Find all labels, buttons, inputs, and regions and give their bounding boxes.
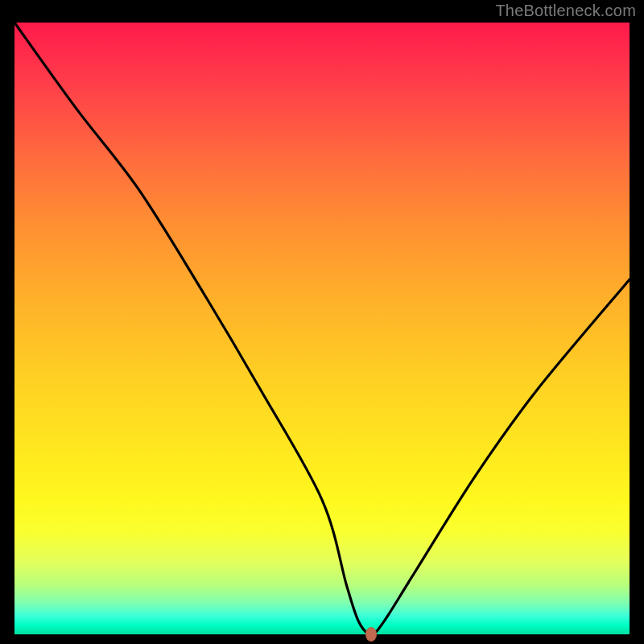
- plot-area: [14, 23, 630, 634]
- watermark-text: TheBottleneck.com: [495, 2, 636, 20]
- chart-container: TheBottleneck.com: [0, 0, 644, 644]
- chart-svg: [14, 23, 630, 634]
- bottleneck-curve-path: [14, 23, 630, 634]
- optimal-point-marker: [365, 627, 377, 642]
